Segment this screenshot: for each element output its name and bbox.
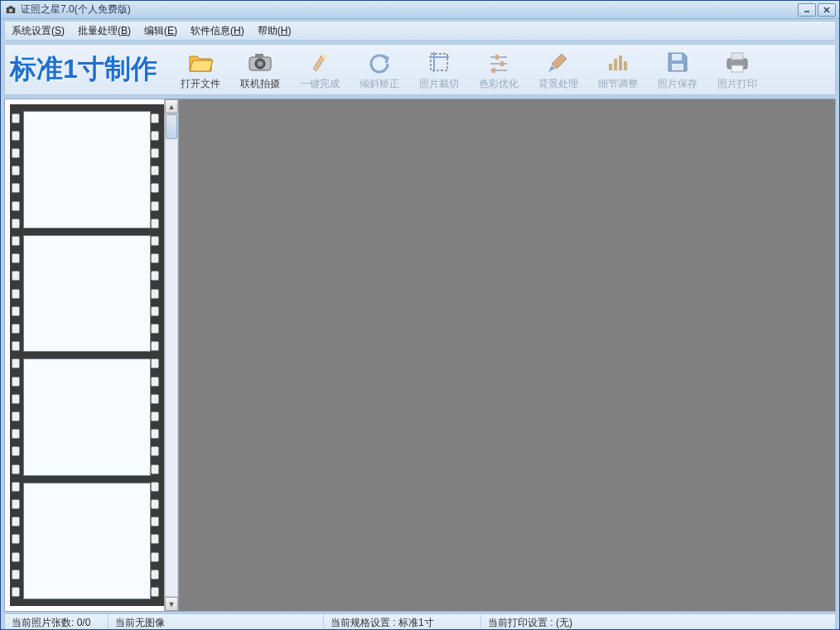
svg-rect-7 [255, 54, 263, 58]
svg-rect-17 [492, 68, 495, 73]
menubar: 系统设置(S) 批量处理(B) 编辑(E) 软件信息(H) 帮助(H) [4, 21, 836, 41]
levels-icon [605, 49, 631, 75]
minimize-button[interactable] [798, 3, 816, 17]
open-file-button[interactable]: 打开文件 [181, 49, 220, 91]
camera-icon [247, 49, 273, 75]
svg-rect-26 [731, 65, 743, 72]
camera-shoot-label: 联机拍摄 [240, 77, 280, 91]
bg-process-label: 背景处理 [538, 77, 578, 91]
window-title: 证照之星7.0(个人免费版) [21, 2, 798, 17]
one-click-button[interactable]: 一键完成 [300, 49, 340, 91]
film-frame[interactable] [23, 235, 151, 353]
menu-edit[interactable]: 编辑(E) [138, 22, 184, 41]
svg-rect-15 [500, 61, 504, 66]
crop-label: 照片裁切 [419, 77, 459, 91]
status-spec: 当前规格设置 : 标准1寸 [324, 614, 481, 630]
statusbar: 当前照片张数: 0/0 当前无图像 当前规格设置 : 标准1寸 当前打印设置 :… [4, 613, 836, 630]
status-image-state: 当前无图像 [109, 614, 324, 630]
detail-adj-label: 细节调整 [598, 77, 638, 91]
svg-rect-19 [614, 59, 617, 70]
menu-system[interactable]: 系统设置(S) [5, 22, 71, 41]
brush-icon [545, 49, 572, 75]
open-file-label: 打开文件 [181, 77, 220, 91]
film-holes-right [151, 104, 162, 606]
crop-icon [426, 49, 452, 75]
printer-icon [724, 49, 751, 75]
film-holes-left [12, 104, 23, 606]
tilt-correct-label: 倾斜矫正 [360, 77, 399, 91]
print-button[interactable]: 照片打印 [717, 49, 757, 91]
svg-rect-1 [9, 6, 13, 7]
status-photo-count: 当前照片张数: 0/0 [5, 614, 109, 630]
detail-adj-button[interactable]: 细节调整 [598, 49, 638, 91]
sliders-icon [485, 49, 512, 75]
scroll-down-icon[interactable]: ▼ [165, 597, 178, 611]
menu-batch[interactable]: 批量处理(B) [71, 22, 138, 41]
rotate-icon [366, 49, 393, 75]
scroll-thumb[interactable] [166, 114, 177, 139]
print-label: 照片打印 [717, 77, 757, 91]
svg-rect-13 [495, 55, 499, 60]
floppy-icon [664, 49, 691, 75]
window-buttons [798, 3, 836, 17]
toolbar-title: 标准1寸制作 [10, 51, 157, 88]
crop-button[interactable]: 照片裁切 [419, 49, 459, 91]
close-button[interactable] [818, 3, 836, 17]
tilt-correct-button[interactable]: 倾斜矫正 [360, 49, 399, 91]
svg-rect-22 [672, 54, 682, 60]
filmstrip-scrollbar[interactable]: ▲ ▼ [164, 99, 178, 611]
folder-icon [187, 49, 214, 75]
color-opt-label: 色彩优化 [479, 77, 519, 91]
toolbar-buttons: 打开文件 联机拍摄 一键完成 倾斜矫正 照片裁切 [181, 49, 757, 91]
one-click-label: 一键完成 [300, 77, 340, 91]
filmstrip [10, 104, 164, 606]
svg-rect-25 [731, 53, 743, 60]
scroll-track[interactable] [165, 113, 178, 597]
svg-point-2 [9, 8, 13, 12]
svg-rect-20 [619, 55, 622, 70]
bg-process-button[interactable]: 背景处理 [538, 49, 578, 91]
svg-rect-18 [609, 64, 612, 70]
svg-point-10 [322, 54, 327, 59]
svg-point-9 [258, 61, 263, 66]
save-label: 照片保存 [658, 77, 698, 91]
wand-icon [307, 49, 333, 75]
film-frame[interactable] [23, 111, 151, 228]
image-canvas [179, 99, 835, 611]
main-area: ▲ ▼ [4, 99, 836, 612]
film-frame[interactable] [23, 358, 151, 476]
svg-rect-23 [672, 64, 683, 70]
menu-help[interactable]: 帮助(H) [251, 22, 298, 41]
filmstrip-panel: ▲ ▼ [5, 99, 179, 611]
scroll-up-icon[interactable]: ▲ [165, 99, 178, 113]
color-opt-button[interactable]: 色彩优化 [479, 49, 519, 91]
titlebar: 证照之星7.0(个人免费版) [1, 1, 839, 19]
menu-softinfo[interactable]: 软件信息(H) [184, 22, 251, 41]
save-button[interactable]: 照片保存 [658, 49, 698, 91]
film-frame[interactable] [23, 483, 151, 600]
app-icon [4, 3, 17, 17]
status-print: 当前打印设置 : (无) [481, 614, 835, 630]
svg-rect-21 [624, 61, 627, 70]
camera-shoot-button[interactable]: 联机拍摄 [240, 49, 280, 91]
toolbar: 标准1寸制作 打开文件 联机拍摄 一键完成 倾斜矫正 [4, 44, 836, 95]
